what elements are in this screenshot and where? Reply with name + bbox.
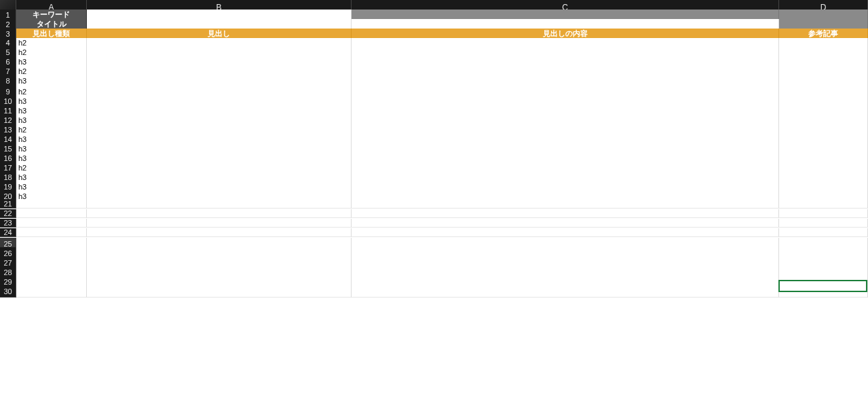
cell-C21[interactable] bbox=[352, 200, 779, 209]
cell-D4[interactable] bbox=[779, 38, 868, 48]
cell-C22[interactable] bbox=[352, 209, 779, 218]
cell-C7[interactable] bbox=[352, 67, 779, 77]
row-header-23[interactable]: 23 bbox=[0, 219, 16, 228]
cell-B22[interactable] bbox=[87, 209, 352, 218]
cell-D22[interactable] bbox=[779, 209, 868, 218]
cell-B6[interactable] bbox=[87, 57, 352, 67]
cell-D8[interactable] bbox=[779, 76, 868, 86]
cell-A30[interactable] bbox=[16, 285, 87, 298]
cell-C5[interactable] bbox=[352, 48, 779, 58]
row-header-8[interactable]: 8 bbox=[0, 76, 16, 86]
cell-A4[interactable]: h2 bbox=[16, 38, 87, 48]
cell-A8[interactable]: h3 bbox=[16, 76, 87, 86]
cell-D23[interactable] bbox=[779, 219, 868, 228]
cell-C4[interactable] bbox=[352, 38, 779, 48]
cell-B5[interactable] bbox=[87, 48, 352, 58]
spreadsheet-grid[interactable]: ABCD1キーワード2タイトル3見出し種類見出し見出しの内容参考記事4h25h2… bbox=[0, 0, 868, 295]
cell-B21[interactable] bbox=[87, 200, 352, 209]
row-header-24[interactable]: 24 bbox=[0, 228, 16, 237]
row-header-30[interactable]: 30 bbox=[0, 285, 16, 298]
cell-B8[interactable] bbox=[87, 76, 352, 86]
cell-A22[interactable] bbox=[16, 209, 87, 218]
cell-A24[interactable] bbox=[16, 228, 87, 237]
cell-D24[interactable] bbox=[779, 228, 868, 237]
row-header-4[interactable]: 4 bbox=[0, 38, 16, 48]
row-header-21[interactable]: 21 bbox=[0, 200, 16, 209]
cell-C8[interactable] bbox=[352, 76, 779, 86]
cell-B4[interactable] bbox=[87, 38, 352, 48]
cell-D6[interactable] bbox=[779, 57, 868, 67]
row-header-5[interactable]: 5 bbox=[0, 48, 16, 58]
cell-B24[interactable] bbox=[87, 228, 352, 237]
cell-D5[interactable] bbox=[779, 48, 868, 58]
cell-C23[interactable] bbox=[352, 219, 779, 228]
cell-A23[interactable] bbox=[16, 219, 87, 228]
row-header-7[interactable]: 7 bbox=[0, 67, 16, 77]
cell-B7[interactable] bbox=[87, 67, 352, 77]
cell-B23[interactable] bbox=[87, 219, 352, 228]
cell-C24[interactable] bbox=[352, 228, 779, 237]
row-header-6[interactable]: 6 bbox=[0, 57, 16, 67]
cell-A7[interactable]: h2 bbox=[16, 67, 87, 77]
row-header-22[interactable]: 22 bbox=[0, 209, 16, 218]
cell-D21[interactable] bbox=[779, 200, 868, 209]
cell-A6[interactable]: h3 bbox=[16, 57, 87, 67]
cell-C6[interactable] bbox=[352, 57, 779, 67]
cell-B30[interactable] bbox=[87, 285, 352, 298]
cell-D30[interactable] bbox=[779, 285, 868, 298]
cell-D7[interactable] bbox=[779, 67, 868, 77]
cell-A5[interactable]: h2 bbox=[16, 48, 87, 58]
cell-C30[interactable] bbox=[352, 285, 779, 298]
cell-A21[interactable] bbox=[16, 200, 87, 209]
